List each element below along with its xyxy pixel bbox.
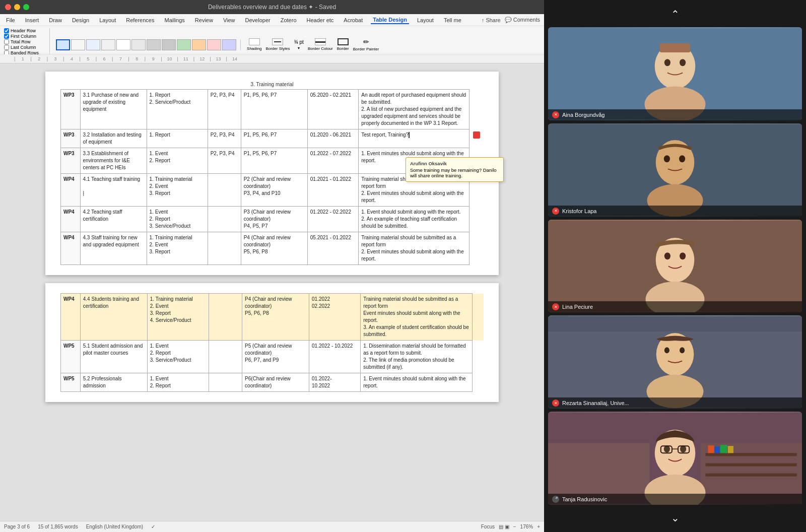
zoom-level: 176% — [520, 524, 533, 529]
description-cell: An audit report of purchased equipment s… — [359, 90, 469, 129]
partner-cell — [209, 294, 242, 341]
video-thumbnail-1 — [548, 27, 802, 120]
table-row: WP4 4.3 Staff training for new and upgra… — [61, 232, 484, 265]
comments-button[interactable]: 💬 Comments — [505, 17, 540, 23]
video-item-3: ✕ Lina Peciure — [548, 220, 802, 313]
title-bar: Deliverables overview and due dates ✦ - … — [0, 0, 544, 14]
focus-label[interactable]: Focus — [481, 524, 495, 529]
menu-layout[interactable]: Layout — [97, 16, 118, 24]
table-style-3[interactable] — [101, 39, 115, 50]
activity-cell: 4.4 Students training and certification — [80, 294, 147, 341]
table-style-8[interactable] — [177, 39, 191, 50]
wp-cell: WP3 — [61, 148, 81, 174]
wp-cell: WP5 — [61, 373, 81, 392]
page-upper: 3. Training material WP3 3.1 Purchase of… — [45, 72, 499, 275]
description-cell: Training material should be submitted as… — [359, 232, 469, 265]
table-style-2[interactable] — [86, 39, 100, 50]
zoom-in[interactable]: + — [537, 524, 540, 529]
video-name-bar-2: ✕ Kristofor Lapa — [548, 206, 802, 217]
date-cell: 01.2020 - 06.2021 — [307, 129, 358, 148]
svg-point-34 — [664, 445, 670, 452]
total-row-check[interactable] — [4, 39, 9, 44]
maximize-button[interactable] — [23, 4, 29, 10]
border-colour-button[interactable]: Border Colour — [308, 38, 333, 51]
svg-rect-21 — [548, 316, 802, 331]
mute-icon-3: ✕ — [552, 303, 559, 310]
main-area: Deliverables overview and due dates ✦ - … — [0, 0, 544, 532]
table-row: WP5 5.2 Professionals admission 1. Event… — [61, 373, 484, 392]
menu-header-etc[interactable]: Header etc — [305, 16, 336, 24]
table-style-5[interactable] — [131, 39, 146, 50]
video-thumbnail-5 — [548, 412, 802, 505]
menu-file[interactable]: File — [4, 16, 17, 24]
deliverable-cell: 1. Training material2. Event3. Report — [147, 174, 208, 207]
video-thumbnail-2 — [548, 123, 802, 217]
svg-rect-28 — [708, 445, 714, 453]
menu-mailings[interactable]: Mailings — [162, 16, 186, 24]
menu-draw[interactable]: Draw — [47, 16, 64, 24]
partner-cell — [209, 373, 242, 392]
responsible-cell: P2 (Chair and review coordinator)P3, P4,… — [241, 174, 307, 207]
header-row-check[interactable] — [4, 28, 9, 33]
participant-name-3: Lina Peciure — [562, 304, 593, 310]
video-name-bar-4: ✕ Rezarta Sinanaliaj, Unive... — [548, 397, 802, 409]
wp-cell: WP3 — [61, 90, 81, 129]
wp-cell: WP4 — [61, 232, 81, 265]
partner-cell: P2, P3, P4 — [208, 148, 241, 174]
comment-author: Arufinn Oksavik — [410, 161, 499, 166]
menu-design[interactable]: Design — [70, 16, 91, 24]
date-cell: 01.2021 - 01.2022 — [307, 174, 358, 207]
partner-cell — [208, 207, 241, 232]
responsible-cell: P5 (Chair and review coordinator)P6, P7,… — [242, 341, 309, 373]
menu-tell-me[interactable]: Tell me — [442, 16, 463, 24]
menu-review[interactable]: Review — [193, 16, 215, 24]
svg-point-9 — [664, 155, 670, 162]
menu-table-design[interactable]: Table Design — [371, 16, 409, 24]
table-style-4[interactable] — [116, 39, 130, 50]
border-button[interactable]: Border — [337, 38, 349, 51]
activity-cell: 4.3 Staff training for new and upgraded … — [80, 232, 147, 265]
deliverable-cell: 1. Event2. Report3. Service/Product — [147, 341, 209, 373]
svg-rect-29 — [715, 446, 720, 453]
sidebar: ⌃ ✕ Aina Borgundvåg — [544, 0, 806, 532]
traffic-lights — [5, 4, 29, 10]
doc-content[interactable]: 3. Training material WP3 3.1 Purchase of… — [0, 63, 544, 521]
close-button[interactable] — [5, 4, 11, 10]
date-cell: 05.2021 - 01.2022 — [307, 232, 358, 265]
menu-view[interactable]: View — [221, 16, 237, 24]
menu-zotero[interactable]: Zotero — [279, 16, 299, 24]
ruler: | 1 | 2 | 3 | 4 | 5 | 6 | 7 | 8 | 9 | 10… — [0, 54, 544, 63]
deliverable-cell: 1. Event2. Report — [147, 373, 209, 392]
menu-layout2[interactable]: Layout — [415, 16, 436, 24]
description-cell: 1. Event should submit along with the re… — [359, 207, 469, 232]
first-column-check[interactable] — [4, 34, 9, 39]
table-style-1[interactable] — [71, 39, 85, 50]
zoom-out[interactable]: − — [513, 524, 516, 529]
table-row: WP5 5.1 Student admission and pilot mast… — [61, 341, 484, 373]
activity-cell: 4.1 Teaching staff training| — [80, 174, 147, 207]
menu-acrobat[interactable]: Acrobat — [342, 16, 365, 24]
svg-point-15 — [680, 252, 686, 259]
table-style-selected[interactable] — [56, 39, 70, 50]
scroll-down-button[interactable]: ⌄ — [665, 510, 686, 526]
table-style-6[interactable] — [147, 39, 161, 50]
scroll-up-button[interactable]: ⌃ — [665, 6, 686, 22]
table-style-11[interactable] — [222, 39, 236, 50]
minimize-button[interactable] — [14, 4, 20, 10]
shading-button[interactable]: Shading — [247, 38, 261, 51]
border-painter-button[interactable]: ✏ Border Painter — [353, 38, 379, 51]
table-style-7[interactable] — [162, 39, 176, 50]
table-row: WP4 4.2 Teaching staff certification 1. … — [61, 207, 484, 232]
last-column-check[interactable] — [4, 45, 9, 50]
partner-cell — [208, 232, 241, 265]
menu-insert[interactable]: Insert — [23, 16, 41, 24]
table-style-9[interactable] — [192, 39, 206, 50]
deliverable-cell: 1. Report — [147, 129, 208, 148]
border-styles-button[interactable]: Border Styles — [265, 38, 290, 51]
menu-developer[interactable]: Developer — [243, 16, 273, 24]
pen-weight[interactable]: ¾ pt ▾ — [294, 39, 303, 50]
share-button[interactable]: ↑ Share — [482, 17, 501, 23]
table-style-10[interactable] — [207, 39, 221, 50]
menu-references[interactable]: References — [124, 16, 156, 24]
video-grid: ✕ Aina Borgundvåg ✕ Kristofor Lapa — [548, 27, 802, 505]
